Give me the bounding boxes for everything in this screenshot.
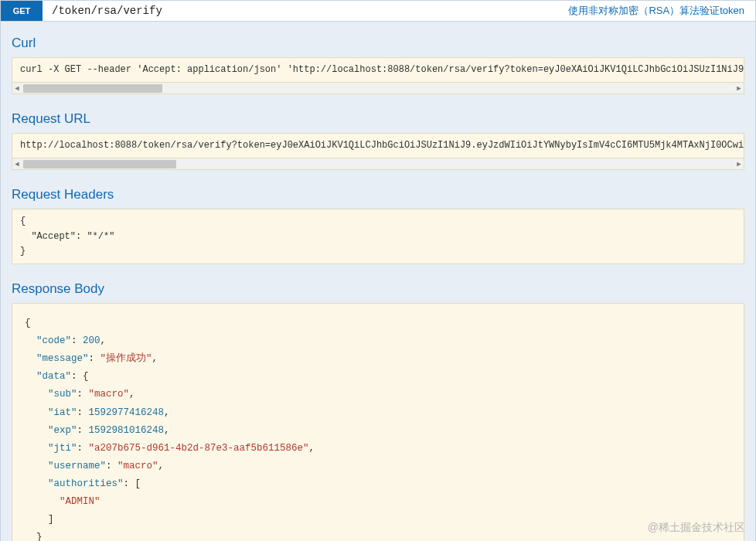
response-body-code[interactable]: { "code": 200, "message": "操作成功", "data"… [12,303,744,541]
curl-scrollbar[interactable]: ◄ ► [12,83,744,94]
curl-scrollbar-thumb[interactable] [23,84,162,93]
response-body-section: Response Body { "code": 200, "message": … [1,267,755,541]
request-url-code[interactable]: http://localhost:8088/token/rsa/verify?t… [12,133,744,158]
endpoint-summary: 使用非对称加密（RSA）算法验证token [568,4,755,18]
request-url-scrollbar[interactable]: ◄ ► [12,158,744,170]
request-headers-title: Request Headers [12,187,744,202]
request-url-title: Request URL [12,111,744,127]
api-operation-panel: GET /token/rsa/verify 使用非对称加密（RSA）算法验证to… [0,0,756,541]
request-url-section: Request URL http://localhost:8088/token/… [1,97,755,173]
curl-section: Curl curl -X GET --header 'Accept: appli… [1,22,755,97]
scroll-right-icon[interactable]: ► [734,159,744,169]
operation-header[interactable]: GET /token/rsa/verify 使用非对称加密（RSA）算法验证to… [1,1,755,22]
scroll-left-icon[interactable]: ◄ [12,83,22,94]
curl-title: Curl [12,36,744,51]
request-headers-code[interactable]: { "Accept": "*/*" } [12,209,744,264]
endpoint-path: /token/rsa/verify [43,5,568,17]
curl-code[interactable]: curl -X GET --header 'Accept: applicatio… [12,57,744,83]
scroll-right-icon[interactable]: ► [734,83,744,94]
request-headers-section: Request Headers { "Accept": "*/*" } [1,173,755,267]
scroll-left-icon[interactable]: ◄ [12,159,22,169]
http-method-badge: GET [1,1,43,21]
response-body-title: Response Body [12,281,744,297]
request-url-scrollbar-thumb[interactable] [23,160,176,168]
